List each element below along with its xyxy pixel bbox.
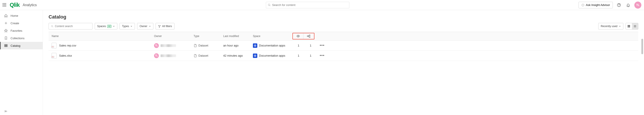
collapse-icon xyxy=(4,110,8,113)
svg-point-0 xyxy=(268,4,270,6)
svg-rect-17 xyxy=(628,27,629,28)
view-toggle xyxy=(626,23,638,30)
grid-icon xyxy=(627,25,630,28)
sidebar-item-create[interactable]: Create xyxy=(0,19,43,27)
type-label: Dataset xyxy=(198,54,208,57)
svg-point-12 xyxy=(51,25,53,27)
user-avatar[interactable]: TL xyxy=(634,2,641,9)
filter-owner[interactable]: Owner xyxy=(137,23,153,30)
usage-count: 1 xyxy=(304,44,316,47)
app-launcher-icon[interactable] xyxy=(3,3,6,7)
home-icon xyxy=(4,14,8,17)
views-count: 1 xyxy=(292,44,304,47)
filter-spaces-label: Spaces xyxy=(97,25,106,28)
modified-label: 42 minutes ago xyxy=(223,54,253,57)
table-row[interactable]: xlsx Sales.xlsx TL Dataset 42 minutes ag… xyxy=(48,51,638,61)
filter-types[interactable]: Types xyxy=(120,23,135,30)
space-label: Documentation apps xyxy=(259,54,285,57)
svg-line-13 xyxy=(52,27,53,27)
file-icon: xlsx xyxy=(52,53,56,59)
views-count: 1 xyxy=(292,54,304,57)
row-more-button[interactable]: ••• xyxy=(320,43,324,48)
bookmark-icon xyxy=(4,36,8,40)
catalog-icon xyxy=(4,44,8,47)
sort-dropdown[interactable]: Recently used xyxy=(598,23,623,30)
sidebar-item-label: Favorites xyxy=(10,29,22,32)
list-icon xyxy=(634,25,636,28)
table-header: Name Owner Type Last modified Space xyxy=(48,32,638,41)
svg-rect-15 xyxy=(628,25,629,26)
brand-logo: Qlik xyxy=(10,2,20,8)
main-content: Catalog Spaces All Types Owner All fi xyxy=(43,10,644,115)
svg-point-22 xyxy=(298,36,298,37)
svg-rect-7 xyxy=(4,45,7,45)
svg-rect-16 xyxy=(629,25,630,26)
svg-point-24 xyxy=(309,35,310,36)
chevron-down-icon xyxy=(149,25,151,27)
col-header-modified[interactable]: Last modified xyxy=(223,35,253,38)
col-header-type[interactable]: Type xyxy=(194,35,223,38)
global-search-input[interactable] xyxy=(272,3,348,7)
svg-marker-14 xyxy=(158,25,160,28)
svg-rect-9 xyxy=(4,46,7,47)
filter-icon xyxy=(158,25,161,28)
sidebar-item-home[interactable]: Home xyxy=(0,12,43,19)
col-header-views[interactable] xyxy=(293,33,304,39)
owner-name-redacted xyxy=(160,54,176,57)
owner-avatar: TL xyxy=(154,53,159,58)
modified-label: an hour ago xyxy=(223,44,253,47)
bell-icon xyxy=(626,3,630,7)
sparkle-icon xyxy=(582,4,584,7)
file-icon: csv xyxy=(52,43,56,48)
page-title: Catalog xyxy=(48,14,638,20)
sidebar-item-collections[interactable]: Collections xyxy=(0,34,43,42)
help-button[interactable] xyxy=(616,2,622,8)
help-icon xyxy=(617,3,621,7)
sidebar: Home Create Favorites Collections Catalo… xyxy=(0,10,43,115)
col-header-space[interactable]: Space xyxy=(253,35,292,38)
grid-view-button[interactable] xyxy=(626,23,632,29)
svg-rect-23 xyxy=(307,36,308,37)
row-more-button[interactable]: ••• xyxy=(320,53,324,58)
eye-icon xyxy=(296,34,300,38)
highlighted-header-icons xyxy=(292,33,314,39)
filter-owner-label: Owner xyxy=(140,25,147,28)
sidebar-item-catalog[interactable]: Catalog xyxy=(0,42,43,49)
space-icon xyxy=(253,54,257,58)
lineage-icon xyxy=(307,34,310,38)
filter-spaces[interactable]: Spaces All xyxy=(95,23,117,30)
filter-types-label: Types xyxy=(122,25,129,28)
table-row[interactable]: csv Sales rep.csv TL Dataset an hour ago… xyxy=(48,41,638,51)
dataset-icon xyxy=(194,44,197,47)
sidebar-item-favorites[interactable]: Favorites xyxy=(0,27,43,34)
search-icon xyxy=(268,4,271,7)
section-label: Analytics xyxy=(23,3,37,7)
file-tag: csv xyxy=(51,46,54,48)
space-icon xyxy=(253,43,257,48)
svg-marker-6 xyxy=(4,29,7,32)
global-search[interactable] xyxy=(266,2,349,8)
svg-point-3 xyxy=(619,6,619,6)
scrollbar[interactable] xyxy=(641,39,643,113)
filter-spaces-badge: All xyxy=(107,25,112,28)
filter-all[interactable]: All filters xyxy=(156,23,174,30)
svg-line-1 xyxy=(270,5,270,6)
col-header-name[interactable]: Name xyxy=(48,35,154,38)
ask-insight-button[interactable]: Ask Insight Advisor xyxy=(578,2,613,8)
star-icon xyxy=(4,29,8,32)
col-header-usage[interactable] xyxy=(304,33,314,39)
search-icon xyxy=(51,25,54,28)
chevron-down-icon xyxy=(130,25,132,27)
content-search[interactable] xyxy=(48,23,92,30)
content-search-input[interactable] xyxy=(55,25,90,28)
collapse-sidebar-button[interactable] xyxy=(4,110,8,113)
notifications-button[interactable] xyxy=(625,2,631,8)
usage-count: 1 xyxy=(304,54,316,57)
svg-rect-8 xyxy=(4,45,7,46)
col-header-owner[interactable]: Owner xyxy=(154,35,194,38)
sidebar-item-label: Create xyxy=(10,22,19,25)
filter-all-label: All filters xyxy=(162,25,172,28)
list-view-button[interactable] xyxy=(632,23,638,29)
sort-label: Recently used xyxy=(601,25,618,28)
dataset-icon xyxy=(194,54,197,58)
